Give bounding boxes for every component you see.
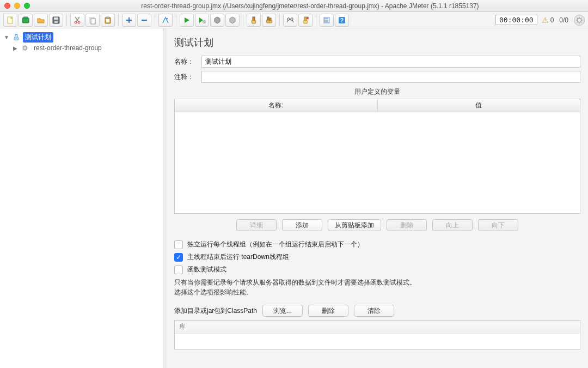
start-no-timers-button[interactable] [195,14,209,27]
svg-rect-15 [253,17,255,21]
add-from-clipboard-button[interactable]: 从剪贴板添加 [328,219,381,231]
cut-button[interactable] [70,14,84,27]
functional-test-hint: 只有当你需要记录每个请求从服务器取得的数据到文件时才需要选择函数测试模式。 选择… [174,277,580,297]
zoom-window-button[interactable] [24,3,30,9]
function-helper-button[interactable] [320,14,334,27]
svg-rect-12 [106,19,109,22]
delete-button: 删除 [387,219,427,231]
tree-node-thread-group[interactable]: ▶ rest-order-thread-group [0,43,163,53]
test-plan-panel: 测试计划 名称： 注释： 用户定义的变量 名称: 值 详细 添加 从剪贴板添加 … [167,28,588,368]
warning-count: 0 [550,16,554,24]
panel-heading: 测试计划 [174,36,580,49]
open-file-button[interactable] [34,14,48,27]
clear-button[interactable] [247,14,261,27]
clear-all-button[interactable] [262,14,276,27]
svg-rect-16 [267,17,269,20]
copy-button[interactable] [85,14,100,27]
warning-icon: ⚠ [542,16,549,25]
minimize-window-button[interactable] [14,3,20,9]
window-controls [4,3,30,9]
svg-rect-2 [23,17,28,19]
svg-rect-20 [304,17,307,21]
new-file-button[interactable] [3,14,17,27]
teardown-checkbox[interactable] [174,253,183,262]
stop-button[interactable] [210,14,224,27]
svg-point-25 [577,18,581,22]
active-threads: 0/0 [559,16,568,24]
name-field[interactable] [201,56,580,68]
window-title: rest-order-thread-group.jmx (/Users/xuji… [36,2,584,10]
tree-node-label: 测试计划 [23,32,53,43]
classpath-label: 添加目录或jar包到ClassPath [174,306,257,316]
functional-test-label: 函数测试模式 [187,265,226,274]
add-button[interactable]: 添加 [282,219,322,231]
serial-threadgroups-label: 独立运行每个线程组（例如在一个组运行结束后启动下一个） [187,240,364,249]
reset-search-button[interactable] [298,14,313,27]
toolbar: ? 00:00:00 ⚠ 0 0/0 [0,12,588,28]
svg-rect-4 [54,17,58,20]
disclosure-triangle-icon[interactable]: ▶ [12,45,19,51]
classpath-list[interactable]: 库 [174,320,580,349]
paste-button[interactable] [101,14,115,27]
toggle-button[interactable] [158,14,173,27]
elapsed-timer: 00:00:00 [495,15,537,25]
flask-icon [12,33,21,41]
status-gear-icon [574,15,585,26]
warning-indicator[interactable]: ⚠ 0 [542,16,554,25]
shutdown-button[interactable] [225,14,240,27]
test-plan-tree[interactable]: ▼ 测试计划 ▶ rest-order-thread-group [0,28,163,368]
classpath-list-header: 库 [175,321,580,334]
down-button: 向下 [478,219,518,231]
detail-button: 详细 [236,219,277,231]
vars-caption: 用户定义的变量 [174,87,580,96]
tree-node-label: rest-order-thread-group [32,44,104,52]
gear-icon [21,44,29,52]
comment-field[interactable] [201,71,580,83]
svg-rect-5 [54,21,58,23]
close-window-button[interactable] [4,3,10,9]
browse-button[interactable]: 浏览... [262,305,303,317]
teardown-label: 主线程结束后运行 tearDown线程组 [187,252,289,262]
vars-col-name[interactable]: 名称: [175,99,378,112]
svg-rect-9 [91,19,95,24]
titlebar: rest-order-thread-group.jmx (/Users/xuji… [0,0,588,12]
svg-rect-26 [15,34,17,34]
functional-test-checkbox[interactable] [174,266,183,274]
svg-point-13 [167,17,168,19]
classpath-delete-button[interactable]: 删除 [308,305,348,317]
start-button[interactable] [180,14,194,27]
svg-point-18 [287,17,290,20]
svg-point-19 [291,17,293,20]
vars-body[interactable] [175,112,580,213]
disclosure-triangle-icon[interactable]: ▼ [3,34,10,40]
svg-rect-11 [106,17,109,19]
tree-node-test-plan[interactable]: ▼ 测试计划 [0,32,163,43]
user-defined-variables-table[interactable]: 名称: 值 [174,99,580,214]
collapse-button[interactable] [137,14,151,27]
svg-point-27 [23,46,27,50]
expand-button[interactable] [122,14,136,27]
comment-label: 注释： [174,73,201,82]
serial-threadgroups-checkbox[interactable] [174,240,183,249]
save-button[interactable] [49,14,63,27]
up-button: 向上 [432,219,473,231]
svg-text:?: ? [340,17,344,23]
search-button[interactable] [283,14,297,27]
help-button[interactable]: ? [335,14,349,27]
classpath-clear-button[interactable]: 清除 [354,305,394,317]
name-label: 名称： [174,57,201,67]
vars-col-value[interactable]: 值 [378,99,580,112]
svg-rect-17 [270,18,271,21]
templates-button[interactable] [19,14,33,27]
